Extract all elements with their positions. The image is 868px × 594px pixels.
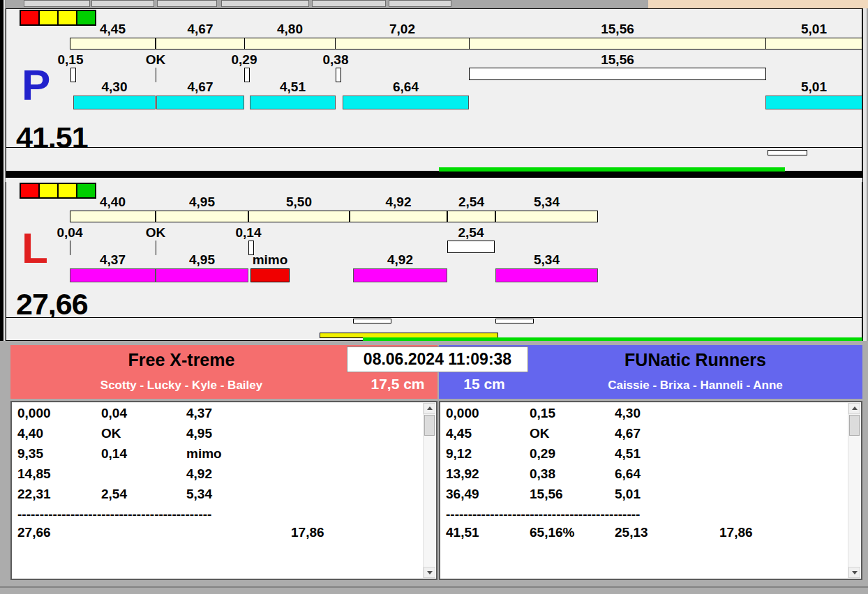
event-label: 0,29 [216, 53, 272, 66]
table-separator: ----------------------------------------… [446, 507, 846, 525]
results-table-right[interactable]: 0,0000,154,304,45OK4,679,120,294,5113,92… [439, 401, 862, 580]
run-bar [70, 268, 156, 282]
split-time-label: 7,02 [335, 22, 470, 36]
table-cell: 0,04 [101, 406, 186, 421]
window-right-border [862, 8, 868, 341]
split-time-label: 5,01 [765, 22, 862, 36]
results-rows-right: 0,0000,154,304,45OK4,679,120,294,5113,92… [446, 406, 846, 545]
table-cell: 27,66 [17, 525, 101, 540]
split-time-label: 4,80 [244, 22, 336, 36]
event-label: 0,38 [308, 53, 364, 66]
table-cell: 6,64 [615, 466, 719, 482]
lane-letter: P [22, 63, 50, 107]
team-members-left: Scotty - Lucky - Kyle - Bailey [10, 379, 352, 393]
table-row: 41,5165,16%25,1317,86 [446, 525, 846, 545]
scrollbar-left[interactable] [423, 403, 435, 578]
table-row: 0,0000,044,37 [17, 406, 421, 426]
run-time-label: 4,51 [250, 80, 336, 93]
scrollbar-right[interactable] [848, 403, 860, 578]
table-cell: 4,92 [186, 466, 291, 482]
table-cell: 4,45 [446, 426, 530, 441]
event-label: 0,14 [220, 226, 276, 239]
table-row: 27,6617,86 [17, 525, 421, 545]
run-time-label: 4,92 [353, 253, 447, 266]
table-row: 4,40OK4,95 [17, 426, 421, 446]
table-cell: 15,56 [530, 487, 615, 502]
event-duration-bar [447, 241, 495, 253]
scrollbar-thumb[interactable] [849, 415, 860, 436]
arrow-up-icon [427, 406, 433, 410]
scroll-up-button[interactable] [848, 403, 860, 414]
split-time-label: 4,67 [156, 22, 245, 36]
scoreboard: Free X-treme Scotty - Lucky - Kyle - Bai… [0, 341, 868, 594]
table-cell: 9,35 [17, 446, 101, 462]
scrollbar-thumb[interactable] [424, 415, 435, 436]
scroll-down-button[interactable] [424, 567, 435, 578]
jump-height-left: 17,5 cm [356, 376, 440, 393]
lane-total-time: 27,66 [16, 289, 88, 319]
table-cell: 25,13 [615, 525, 719, 540]
split-segment-bar [469, 38, 766, 50]
table-cell: OK [101, 426, 186, 441]
run-time-label: 4,37 [70, 253, 156, 266]
split-time-label: 4,95 [156, 195, 248, 208]
event-marker [336, 68, 341, 82]
table-row: 9,120,294,51 [446, 446, 846, 466]
event-marker [244, 68, 250, 82]
scroll-up-button[interactable] [424, 403, 435, 414]
titlebar-segment [312, 0, 386, 7]
arrow-up-icon [852, 406, 858, 410]
run-bar [353, 268, 447, 282]
window-top-strip [0, 0, 868, 8]
table-cell: 17,86 [719, 525, 753, 540]
traffic-light-cell [38, 183, 59, 199]
split-time-label: 2,54 [447, 195, 495, 208]
split-time-label: 15,56 [469, 22, 766, 36]
scroll-down-button[interactable] [848, 567, 860, 578]
event-label: 0,15 [43, 53, 98, 66]
table-cell: 0,15 [530, 406, 615, 421]
table-cell: 0,38 [530, 466, 615, 482]
progress-marker [495, 319, 534, 323]
traffic-light-cell [20, 183, 40, 199]
table-row: 22,312,545,34 [17, 487, 421, 507]
table-cell: OK [530, 426, 615, 441]
table-cell: 4,40 [17, 426, 101, 441]
titlebar-segment [389, 0, 451, 7]
event-label: 2,54 [447, 226, 495, 239]
split-segment-bar [70, 211, 156, 222]
run-time-label: 4,30 [73, 80, 156, 93]
table-cell: 22,31 [17, 487, 101, 502]
table-cell: mimo [186, 446, 291, 462]
run-time-label: 5,01 [765, 80, 862, 93]
split-time-label: 4,40 [70, 195, 156, 208]
team-name-right: FUNatic Runners [528, 351, 862, 370]
run-bar [156, 96, 244, 109]
run-bar [765, 96, 862, 109]
table-row: 0,0000,154,30 [446, 406, 846, 426]
split-segment-bar [765, 38, 862, 50]
split-segment-bar [350, 211, 447, 222]
table-cell: 0,000 [17, 406, 101, 421]
split-time-label: 5,34 [495, 195, 598, 208]
progress-strip-l [6, 317, 862, 341]
table-cell: 36,49 [446, 487, 530, 502]
split-segment-bar [70, 38, 156, 50]
split-time-label: 4,45 [70, 22, 156, 36]
run-time-label: 4,67 [156, 80, 244, 93]
table-cell: 13,92 [446, 466, 530, 482]
table-cell: 4,30 [615, 406, 719, 421]
split-time-label: 4,92 [350, 195, 447, 208]
table-row: 14,854,92 [17, 466, 421, 487]
traffic-light-cell [20, 10, 40, 26]
table-cell: 65,16% [530, 525, 615, 540]
split-segment-bar [495, 211, 598, 222]
split-time-label: 5,50 [248, 195, 350, 208]
table-cell: 4,51 [615, 446, 719, 462]
split-segment-bar [156, 211, 248, 222]
run-time-label: mimo [250, 253, 290, 266]
results-table-left[interactable]: 0,0000,044,374,40OK4,959,350,14mimo14,85… [10, 401, 437, 580]
run-time-label: 6,64 [343, 80, 469, 93]
table-cell: 2,54 [101, 487, 186, 502]
event-label: OK [128, 226, 184, 239]
